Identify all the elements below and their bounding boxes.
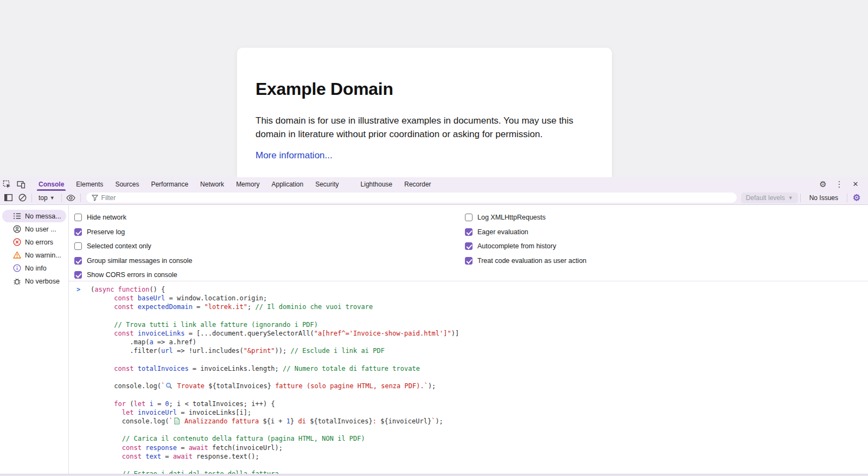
filter-placeholder: Filter xyxy=(101,194,116,202)
toolbar-separator xyxy=(847,194,847,202)
warning-icon xyxy=(13,251,21,259)
toolbar-separator xyxy=(80,194,81,202)
code-line: // Trova tutti i link alle fatture (igno… xyxy=(91,320,868,329)
console-main: Hide networkPreserve logSelected context… xyxy=(69,205,868,476)
sidebar-filter-no-errors[interactable]: No errors xyxy=(2,236,66,248)
checkbox-checked[interactable] xyxy=(465,257,473,265)
code-line: const totalInvoices = invoiceLinks.lengt… xyxy=(91,364,868,373)
checkbox-unchecked[interactable] xyxy=(74,242,82,250)
sidebar-filter-label: No user ... xyxy=(25,226,56,233)
filter-input[interactable]: Filter xyxy=(86,192,737,203)
setting-hide-network[interactable]: Hide network xyxy=(74,210,193,225)
gear-icon: ⚙ xyxy=(819,179,826,189)
sidebar-filter-label: No errors xyxy=(25,239,53,246)
checkbox-checked[interactable] xyxy=(465,228,473,236)
setting-label: Selected context only xyxy=(87,242,151,250)
code-line: const baseUrl = window.location.origin; xyxy=(91,294,868,303)
console-settings-pane: Hide networkPreserve logSelected context… xyxy=(69,205,868,281)
sidebar-filter-no-verbose[interactable]: No verbose xyxy=(2,275,66,287)
setting-label: Autocomplete from history xyxy=(477,242,556,250)
execution-context-selector[interactable]: top ▼ xyxy=(34,194,59,202)
console-toolbar: top ▼ Filter Default levels ▼ No Issues … xyxy=(0,191,868,205)
console-prompt-area[interactable]: > (async function() { const baseUrl = wi… xyxy=(69,281,868,476)
chevron-down-icon: ▼ xyxy=(50,195,55,201)
toggle-sidebar-button[interactable] xyxy=(1,191,15,204)
setting-show-cors-errors-in-console[interactable]: Show CORS errors in console xyxy=(74,268,193,282)
setting-preserve-log[interactable]: Preserve log xyxy=(74,225,193,240)
sidebar-filter-label: No verbose xyxy=(25,278,60,285)
setting-selected-context-only[interactable]: Selected context only xyxy=(74,239,193,254)
tab-application[interactable]: Application xyxy=(265,177,309,191)
devtools-tabs: ConsoleElementsSourcesPerformanceNetwork… xyxy=(33,177,437,191)
tab-memory[interactable]: Memory xyxy=(230,177,265,191)
code-line: const response = await fetch(invoiceUrl)… xyxy=(91,443,868,452)
eye-icon xyxy=(66,195,75,201)
code-line: const invoiceLinks = [...document.queryS… xyxy=(91,329,868,338)
browser-viewport: Example Domain This domain is for use in… xyxy=(0,0,868,177)
sidebar-filter-label: No warnin... xyxy=(25,252,61,259)
magnifier-icon xyxy=(165,382,173,390)
sidebar-filter-no-info[interactable]: No info xyxy=(2,262,66,274)
tab-lighthouse[interactable]: Lighthouse xyxy=(355,177,399,191)
log-levels-dropdown[interactable]: Default levels ▼ xyxy=(741,192,798,203)
tab-console[interactable]: Console xyxy=(33,177,70,191)
tab-sources[interactable]: Sources xyxy=(109,177,145,191)
code-line: console.log(` Trovate ${totalInvoices} f… xyxy=(91,382,868,390)
tab-network[interactable]: Network xyxy=(194,177,230,191)
page-title: Example Domain xyxy=(256,79,593,99)
close-devtools-button[interactable]: ✕ xyxy=(848,180,863,188)
issues-counter[interactable]: No Issues xyxy=(803,194,845,202)
settings-column-1: Hide networkPreserve logSelected context… xyxy=(74,210,193,282)
document-icon xyxy=(173,417,181,426)
panel-left-icon xyxy=(4,194,12,201)
code-line: let invoiceUrl = invoiceLinks[i]; xyxy=(91,408,868,417)
setting-eager-evaluation[interactable]: Eager evaluation xyxy=(465,225,586,240)
tab-recorder[interactable]: Recorder xyxy=(398,177,437,191)
code-line: console.log(` Analizzando fattura ${i + … xyxy=(91,417,868,426)
code-line xyxy=(91,426,868,434)
setting-label: Eager evaluation xyxy=(477,228,528,236)
setting-group-similar-messages-in-console[interactable]: Group similar messages in console xyxy=(74,254,193,268)
more-options-button[interactable]: ⋮ xyxy=(832,179,846,189)
messages-icon xyxy=(13,212,21,220)
tab-performance[interactable]: Performance xyxy=(145,177,194,191)
live-expression-button[interactable] xyxy=(64,191,78,204)
console-prompt-chevron: > xyxy=(76,285,80,294)
setting-treat-code-evaluation-as-user-action[interactable]: Treat code evaluation as user action xyxy=(465,254,586,268)
checkbox-unchecked[interactable] xyxy=(465,214,473,221)
device-toolbar-button[interactable] xyxy=(14,177,28,191)
sidebar-filter-no-warnin-[interactable]: No warnin... xyxy=(2,249,66,261)
checkbox-checked[interactable] xyxy=(74,228,82,236)
device-toolbar-icon xyxy=(17,180,25,189)
inspect-element-button[interactable] xyxy=(0,177,14,191)
checkbox-unchecked[interactable] xyxy=(74,214,82,221)
code-line: .filter(url => !url.includes("&print"));… xyxy=(91,346,868,355)
settings-button[interactable]: ⚙ xyxy=(816,179,830,189)
console-settings-button[interactable]: ⚙ xyxy=(850,191,864,204)
checkbox-checked[interactable] xyxy=(465,242,473,250)
chevron-down-icon: ▼ xyxy=(788,195,793,201)
sidebar-filter-no-messa-[interactable]: No messa... xyxy=(2,210,66,222)
checkbox-checked[interactable] xyxy=(74,257,82,265)
clear-console-button[interactable] xyxy=(15,191,29,204)
gear-icon: ⚙ xyxy=(853,192,860,203)
setting-autocomplete-from-history[interactable]: Autocomplete from history xyxy=(465,239,586,254)
more-information-link[interactable]: More information... xyxy=(256,150,333,161)
clear-icon xyxy=(18,194,27,202)
toolbar-separator xyxy=(800,194,801,202)
tab-security[interactable]: Security xyxy=(309,177,344,191)
checkbox-checked[interactable] xyxy=(74,271,82,279)
levels-label: Default levels xyxy=(746,194,785,202)
console-sidebar: No messa...No user ...No errorsNo warnin… xyxy=(0,205,69,476)
tab-elements[interactable]: Elements xyxy=(70,177,109,191)
setting-label: Preserve log xyxy=(87,228,125,236)
code-line xyxy=(91,461,868,469)
info-icon xyxy=(13,264,21,272)
code-line: const text = await response.text(); xyxy=(91,452,868,461)
sidebar-filter-no-user-[interactable]: No user ... xyxy=(2,223,66,235)
error-icon xyxy=(13,238,21,246)
toolbar-separator xyxy=(61,194,62,202)
devtools-panel: ConsoleElementsSourcesPerformanceNetwork… xyxy=(0,177,868,476)
setting-log-xmlhttprequests[interactable]: Log XMLHttpRequests xyxy=(465,210,586,225)
code-line: // Carica il contenuto della fattura (pa… xyxy=(91,434,868,443)
